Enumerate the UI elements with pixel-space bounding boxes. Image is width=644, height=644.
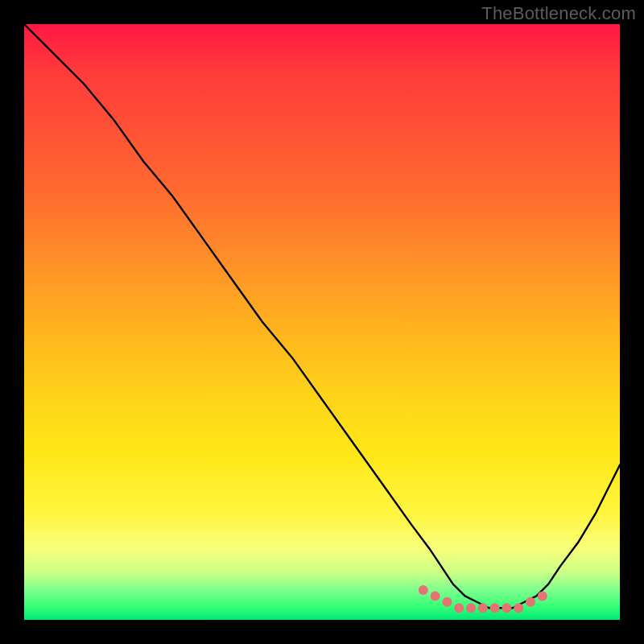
trough-marker: [490, 603, 500, 613]
trough-marker: [514, 603, 523, 613]
trough-marker: [454, 603, 464, 613]
trough-marker: [442, 597, 452, 607]
watermark-text: TheBottleneck.com: [481, 3, 636, 24]
chart-container: TheBottleneck.com: [0, 0, 644, 644]
trough-marker: [419, 585, 428, 595]
trough-marker: [502, 603, 511, 613]
trough-marker: [526, 597, 535, 607]
trough-marker: [478, 603, 488, 613]
curve-layer: [24, 24, 620, 620]
trough-markers: [419, 585, 547, 613]
trough-marker: [431, 591, 440, 601]
trough-marker: [538, 591, 547, 601]
trough-marker: [466, 603, 476, 613]
plot-area: [24, 24, 620, 620]
bottleneck-curve: [24, 24, 620, 608]
